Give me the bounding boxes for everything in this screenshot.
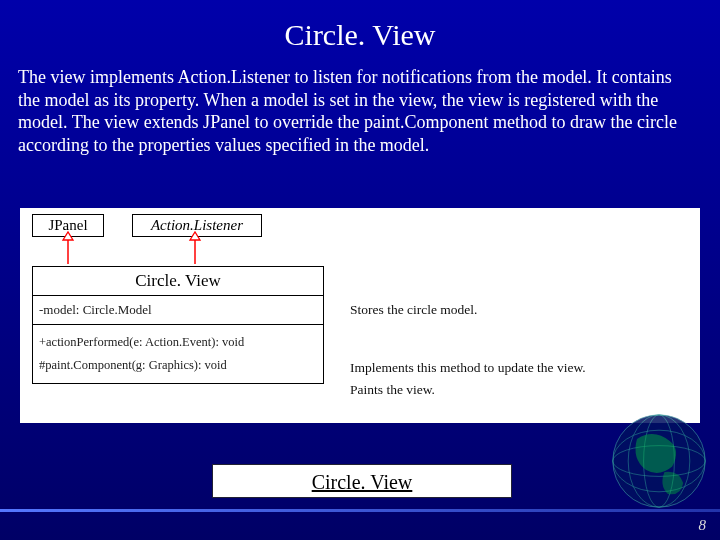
uml-note-model: Stores the circle model. (350, 302, 477, 318)
uml-op-paintcomponent: #paint.Component(g: Graphics): void (39, 354, 317, 377)
slide-title: Circle. View (0, 0, 720, 52)
uml-operations: +actionPerformed(e: Action.Event): void … (33, 325, 323, 383)
uml-attribute: -model: Circle.Model (33, 296, 323, 325)
svg-marker-1 (63, 232, 73, 240)
uml-note-update: Implements this method to update the vie… (350, 360, 586, 376)
circleview-link-button[interactable]: Circle. View (212, 464, 512, 498)
inheritance-arrows (20, 208, 320, 268)
globe-decoration (604, 406, 714, 516)
slide-body: The view implements Action.Listener to l… (0, 52, 720, 156)
body-text: The view implements Action.Listener to l… (18, 67, 677, 155)
uml-diagram: JPanel Action.Listener Circle. View -mod… (20, 208, 700, 423)
svg-marker-3 (190, 232, 200, 240)
uml-class-name: Circle. View (33, 267, 323, 296)
uml-op-actionperformed: +actionPerformed(e: Action.Event): void (39, 331, 317, 354)
uml-circleview-box: Circle. View -model: Circle.Model +actio… (32, 266, 324, 384)
page-number: 8 (699, 517, 707, 534)
footer-divider (0, 509, 720, 512)
uml-note-paint: Paints the view. (350, 382, 435, 398)
